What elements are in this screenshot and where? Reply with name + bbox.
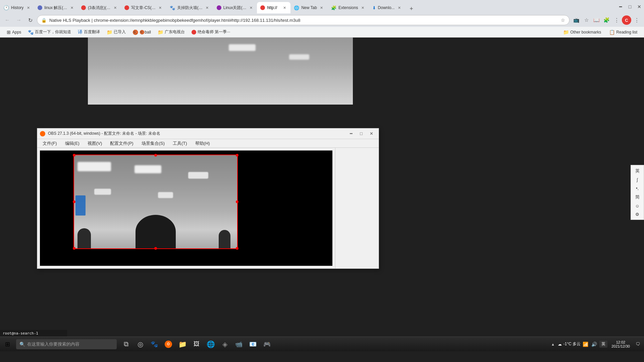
tab-hls[interactable]: http:// ✕ xyxy=(257,2,290,13)
network-icon[interactable]: 📶 xyxy=(582,341,589,348)
obs-menu-edit[interactable]: 编辑(E) xyxy=(61,139,84,148)
bookmark-yiru[interactable]: 📁 已导入 xyxy=(104,28,128,36)
restore-button[interactable]: □ xyxy=(625,2,635,11)
profile-icon[interactable]: ⋮ xyxy=(612,15,621,25)
taskbar-cortana[interactable]: ◎ xyxy=(133,337,147,352)
handle-middle-right[interactable] xyxy=(236,200,238,203)
obs-menu-tools[interactable]: 工具(T) xyxy=(169,139,191,148)
obs-minimize-button[interactable]: ━ xyxy=(346,129,356,138)
profile-button[interactable]: C xyxy=(622,15,631,25)
tab-history-close[interactable]: ✕ xyxy=(25,5,31,10)
obs-menu-scene-collection[interactable]: 场景集合(S) xyxy=(138,139,169,148)
ime-simplified[interactable]: 简 xyxy=(631,193,644,201)
tab-history-title: History xyxy=(11,5,23,10)
tab-linuxguan[interactable]: Linux关团(… ✕ xyxy=(213,2,257,13)
handle-bottom-center[interactable] xyxy=(154,247,157,250)
ime-half-width[interactable]: ∫ xyxy=(631,176,644,184)
obs-menu-profile[interactable]: 配置文件(P) xyxy=(106,139,137,148)
taskbar-mail[interactable]: 📧 xyxy=(246,337,260,352)
minimize-button[interactable]: ━ xyxy=(616,2,625,11)
taskbar-chrome[interactable]: 🌐 xyxy=(204,337,217,352)
bookmark-apps[interactable]: ⊞ Apps xyxy=(4,28,24,36)
notification-center-button[interactable]: 🗨 xyxy=(634,341,641,348)
hls-video-player[interactable] xyxy=(88,38,353,105)
tab-newtab-close[interactable]: ✕ xyxy=(319,5,324,10)
bookmark-juming-label: 绝命毒师 第一季··· xyxy=(198,29,230,35)
hls-tab-favicon xyxy=(260,5,265,10)
tab-hujian-close[interactable]: ✕ xyxy=(205,5,210,10)
bookmark-icon[interactable]: ☆ xyxy=(582,15,591,25)
volume-icon[interactable]: 🔊 xyxy=(591,341,598,348)
other-bookmarks[interactable]: 📁 Other bookmarks xyxy=(560,28,604,36)
tab-downloads-close[interactable]: ✕ xyxy=(397,5,402,10)
tab-newtab[interactable]: 🌐 New Tab ✕ xyxy=(290,2,327,13)
tab-history[interactable]: 🕐 History ✕ xyxy=(0,2,34,13)
obs-maximize-button[interactable]: □ xyxy=(357,129,366,138)
obs-menu-help[interactable]: 帮助(H) xyxy=(191,139,214,148)
bookmark-ball[interactable]: 🏀 🏀ball xyxy=(130,28,154,36)
input-method-indicator[interactable]: 英 xyxy=(599,341,607,348)
handle-top-right[interactable] xyxy=(236,154,238,157)
forward-button[interactable]: → xyxy=(14,15,23,25)
tab-csdn1-close[interactable]: ✕ xyxy=(112,5,118,10)
menu-icon[interactable]: ⋮ xyxy=(632,15,641,25)
taskbar-app-unknown1[interactable]: ◈ xyxy=(218,337,231,352)
obs-canvas[interactable] xyxy=(40,150,332,266)
readingmode-icon[interactable]: 📖 xyxy=(592,15,601,25)
taskbar-pictures[interactable]: 🖼 xyxy=(190,337,203,352)
bookmark-baidufanyi[interactable]: 译 百度翻译 xyxy=(75,28,103,36)
handle-top-left[interactable] xyxy=(73,154,75,157)
new-tab-button[interactable]: + xyxy=(407,4,416,13)
taskbar-screen-recorder[interactable]: 📹 xyxy=(232,337,246,352)
ime-settings[interactable]: ⚙ xyxy=(631,210,644,218)
ime-emoji[interactable]: ☺ xyxy=(631,202,644,210)
bookmark-juming[interactable]: 绝命毒师 第一季··· xyxy=(189,28,233,36)
obs-menu-bar: 文件(F) 编辑(E) 视图(V) 配置文件(P) 场景集合(S) 工具(T) … xyxy=(37,139,379,148)
reading-list[interactable]: 📋 Reading list xyxy=(606,28,640,36)
bookmark-star-icon[interactable]: ☆ xyxy=(561,17,565,23)
history-tab-favicon: 🕐 xyxy=(3,5,9,10)
tab-linux-close[interactable]: ✕ xyxy=(69,5,74,10)
back-button[interactable]: ← xyxy=(3,15,12,25)
taskbar-search-text: 在这里输入你要搜索的内容 xyxy=(27,341,79,347)
address-bar: ← → ↻ 🔒 Native HLS Playback | chrome-ext… xyxy=(0,13,644,27)
bookmark-baidu[interactable]: 🐾 百度一下，你就知道 xyxy=(25,28,74,36)
tab-csdn2[interactable]: 写文章-CS(… ✕ xyxy=(121,2,166,13)
weather-widget[interactable]: ☁ -1°C 多云 xyxy=(558,341,580,347)
ime-punctuation[interactable]: •, xyxy=(631,184,644,192)
show-hidden-tray-button[interactable]: ▲ xyxy=(549,341,556,348)
obs-menu-file[interactable]: 文件(F) xyxy=(39,139,61,148)
tab-hujian[interactable]: 🐾 关掉防火墙(… ✕ xyxy=(166,2,213,13)
taskbar-explorer[interactable]: 📁 xyxy=(176,337,189,352)
close-button[interactable]: ✕ xyxy=(635,2,644,11)
taskbar-obs[interactable]: O xyxy=(162,337,175,352)
tab-csdn2-close[interactable]: ✕ xyxy=(158,5,163,10)
start-button[interactable]: ⊞ xyxy=(0,337,15,352)
obs-window-controls: ━ □ ✕ xyxy=(346,129,376,138)
taskbar-ime-app[interactable]: 🐾 xyxy=(148,337,161,352)
url-bar[interactable]: 🔒 Native HLS Playback | chrome-extension… xyxy=(37,15,570,25)
taskbar-taskview[interactable]: ⧉ xyxy=(119,337,133,352)
reload-button[interactable]: ↻ xyxy=(25,15,35,25)
handle-top-center[interactable] xyxy=(154,154,157,157)
tab-linux[interactable]: linux 解压(… ✕ xyxy=(34,2,78,13)
handle-bottom-right[interactable] xyxy=(236,247,238,250)
cast-icon[interactable]: 📺 xyxy=(572,15,581,25)
tab-extensions-close[interactable]: ✕ xyxy=(360,5,366,10)
tab-downloads[interactable]: ⬇ Downlo... ✕ xyxy=(369,2,406,13)
ime-english[interactable]: 英 xyxy=(631,167,644,175)
handle-bottom-left[interactable] xyxy=(73,247,75,250)
tab-hls-close[interactable]: ✕ xyxy=(282,5,287,10)
extensions-icon[interactable]: 🧩 xyxy=(602,15,611,25)
taskbar-control[interactable]: 🎮 xyxy=(260,337,274,352)
handle-middle-left[interactable] xyxy=(73,200,75,203)
tab-linuxguan-close[interactable]: ✕ xyxy=(248,5,254,10)
obs-close-button[interactable]: ✕ xyxy=(367,129,376,138)
obs-menu-view[interactable]: 视图(V) xyxy=(84,139,106,148)
obs-video-source[interactable] xyxy=(73,155,238,249)
tab-extensions[interactable]: 🧩 Extensions ✕ xyxy=(328,2,369,13)
taskbar-search[interactable]: 🔍 在这里输入你要搜索的内容 xyxy=(16,339,117,349)
system-clock[interactable]: 12:02 2021/12/30 xyxy=(609,340,633,348)
bookmark-guangdong[interactable]: 📁 广东电视台 xyxy=(155,28,187,36)
tab-csdn1[interactable]: (3条消息)(… ✕ xyxy=(78,2,121,13)
